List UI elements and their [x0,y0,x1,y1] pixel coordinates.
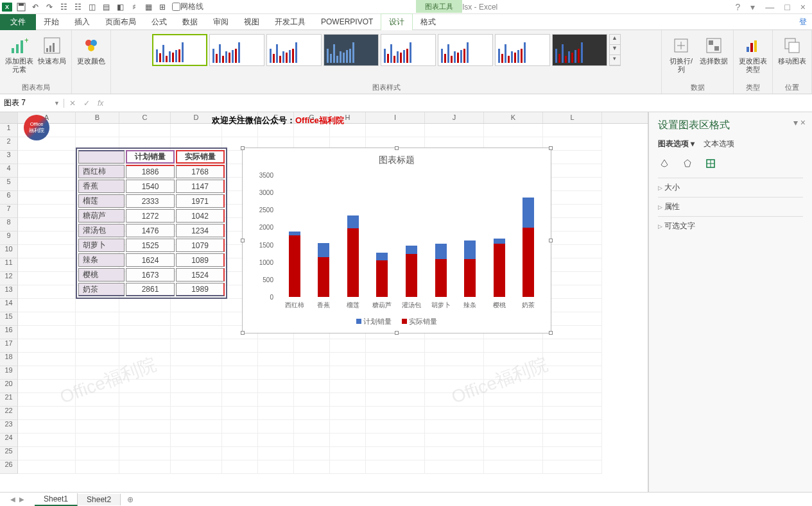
row-header[interactable]: 19 [0,366,18,380]
cell[interactable] [119,380,171,393]
change-colors-button[interactable]: 更改颜色 [76,34,107,67]
cell[interactable] [18,299,76,312]
bar-plan[interactable] [318,243,329,257]
cell[interactable] [543,205,602,218]
bar-plan[interactable] [523,198,534,228]
cell[interactable] [258,393,294,407]
cell[interactable] [119,366,171,380]
worksheet-grid[interactable]: ABCDEFGHIJKL 123456789101112131415161718… [0,112,648,506]
resize-handle[interactable] [241,239,245,242]
qat-icon[interactable]: ◧ [113,0,127,14]
bar-category[interactable] [368,175,397,297]
cell[interactable] [222,339,258,353]
cell[interactable] [366,393,425,407]
bar-category[interactable] [280,175,309,297]
chart-style-thumb-1[interactable] [152,34,207,66]
cell[interactable] [425,353,484,366]
row-header[interactable]: 16 [0,326,18,339]
cell[interactable] [171,299,222,312]
cell[interactable] [330,420,366,434]
row-header[interactable]: 22 [0,407,18,420]
table-row[interactable]: 胡萝卜 1525 1079 [78,239,225,252]
cell[interactable] [18,137,76,151]
close-icon[interactable]: × [800,2,806,12]
cancel-icon[interactable]: ✕ [69,99,76,108]
bar-plan[interactable] [406,246,417,254]
cell[interactable] [543,245,602,258]
chart-style-thumb-5[interactable] [381,34,436,66]
cell[interactable] [222,353,258,366]
cell[interactable] [171,353,222,366]
chart-legend[interactable]: 计划销量 实际销量 [243,317,551,326]
cell[interactable] [18,178,76,191]
row-header[interactable]: 23 [0,420,18,434]
tab-view[interactable]: 视图 [236,14,267,30]
cell[interactable] [366,380,425,393]
cell[interactable] [76,326,119,339]
chart-style-thumb-7[interactable] [495,34,550,66]
table-row[interactable]: 糖葫芦 1272 1042 [78,209,225,223]
bar-category[interactable] [397,175,426,297]
cell[interactable] [366,339,425,353]
cell[interactable] [484,434,543,447]
tab-file[interactable]: 文件 [0,14,36,30]
tab-powerpivot[interactable]: POWERPIVOT [313,15,381,29]
col-header[interactable]: C [119,112,171,123]
cell[interactable] [258,434,294,447]
qat-icon[interactable]: ▤ [99,0,113,14]
cell[interactable] [425,460,484,474]
bar-plan[interactable] [376,253,388,260]
row-header[interactable]: 15 [0,312,18,326]
chart-title[interactable]: 图表标题 [243,155,551,166]
ribbon-options-icon[interactable]: ▾ [750,2,755,12]
col-header[interactable]: B [76,112,119,123]
cell[interactable] [258,339,294,353]
cell[interactable] [366,353,425,366]
bar-actual[interactable] [347,228,359,297]
bar-actual[interactable] [289,235,300,297]
row-header[interactable]: 17 [0,339,18,353]
qat-icon[interactable]: ◫ [85,0,99,14]
cell[interactable] [366,434,425,447]
col-header[interactable]: L [543,112,602,123]
table-row[interactable]: 灌汤包 1476 1234 [78,224,225,237]
resize-handle[interactable] [395,331,399,335]
cell[interactable] [294,434,330,447]
cell[interactable] [366,447,425,460]
cell[interactable] [425,447,484,460]
cell[interactable] [543,393,602,407]
cell[interactable] [258,380,294,393]
cell[interactable] [294,380,330,393]
sheet-nav-next-icon[interactable]: ▶ [19,496,24,503]
bar-actual[interactable] [464,259,476,297]
resize-handle[interactable] [395,146,399,150]
bar-actual[interactable] [435,259,447,297]
cell[interactable] [18,218,76,232]
cell[interactable] [484,420,543,434]
cell[interactable] [18,393,76,407]
chart-style-thumb-8[interactable] [552,34,607,66]
cell[interactable] [222,407,258,420]
cell[interactable] [222,380,258,393]
task-pane-sec-alt-text[interactable]: 可选文字 [658,216,803,235]
cell[interactable] [18,326,76,339]
cell[interactable] [76,124,119,137]
cell[interactable] [119,326,171,339]
cell[interactable] [543,218,602,232]
cell[interactable] [366,407,425,420]
qat-icon[interactable]: ⊞ [155,0,169,14]
move-chart-button[interactable]: 移动图表 [777,34,808,67]
cell[interactable] [543,191,602,205]
qat-icon[interactable]: ▦ [141,0,155,14]
resize-handle[interactable] [241,146,245,150]
row-header[interactable]: 9 [0,232,18,245]
confirm-icon[interactable]: ✓ [83,99,90,108]
cell[interactable] [484,366,543,380]
cell[interactable] [543,460,602,474]
maximize-icon[interactable]: □ [784,2,790,12]
cell[interactable] [330,366,366,380]
cell[interactable] [171,326,222,339]
cell[interactable] [18,245,76,258]
bar-plan[interactable] [464,240,476,259]
cell[interactable] [366,460,425,474]
